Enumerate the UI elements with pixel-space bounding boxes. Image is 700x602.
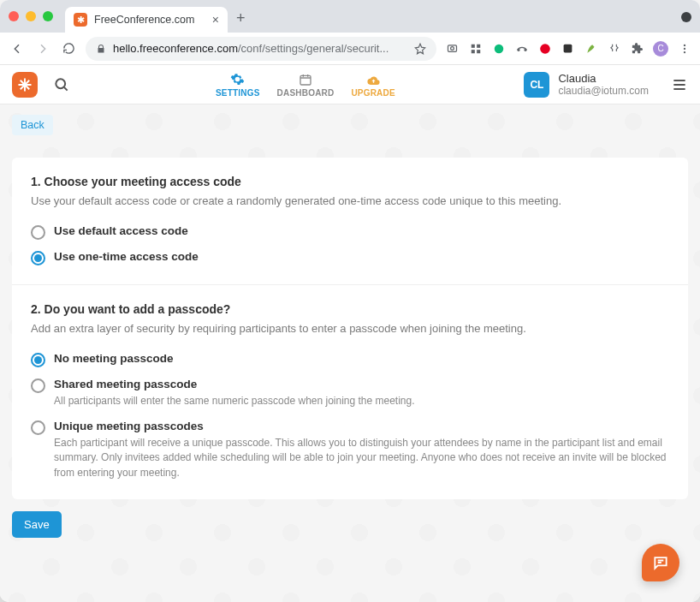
radio-label: Use default access code	[54, 224, 669, 237]
nav-label: UPGRADE	[351, 88, 394, 98]
maximize-window[interactable]	[43, 11, 53, 21]
svg-rect-15	[300, 75, 311, 85]
close-window[interactable]	[9, 11, 19, 21]
extension-icon[interactable]	[584, 41, 598, 56]
settings-card: 1. Choose your meeting access code Use y…	[12, 158, 688, 499]
profile-avatar[interactable]: C	[653, 41, 668, 57]
page-content: Back 1. Choose your meeting access code …	[0, 104, 700, 602]
nav-dashboard[interactable]: DASHBOARD	[277, 72, 335, 98]
section-description: Add an extra layer of security by requir…	[31, 321, 669, 337]
svg-rect-4	[471, 50, 474, 53]
radio-onetime-access-code[interactable]: Use one-time access code	[31, 250, 669, 265]
back-icon[interactable]	[9, 40, 26, 57]
extension-icon[interactable]	[468, 41, 483, 56]
radio-label: Shared meeting passcode	[54, 378, 669, 390]
svg-point-9	[540, 44, 550, 54]
pinterest-icon[interactable]	[537, 41, 552, 56]
svg-point-12	[683, 47, 685, 49]
extensions-menu-icon[interactable]	[630, 41, 644, 56]
app-header: SETTINGS DASHBOARD UPGRADE CL Claudia cl…	[0, 65, 700, 104]
address-bar[interactable]: hello.freeconference.com/conf/settings/g…	[86, 37, 436, 61]
cloud-up-icon	[366, 72, 381, 87]
nav-settings[interactable]: SETTINGS	[216, 72, 260, 98]
radio-no-passcode[interactable]: No meeting passcode	[31, 352, 669, 367]
browser-tab[interactable]: ✱ FreeConference.com ×	[65, 7, 228, 33]
radio-shared-passcode[interactable]: Shared meeting passcode All participants…	[31, 378, 669, 408]
section-description: Use your default access code or create a…	[31, 194, 669, 209]
radio-hint: Each participant will receive a unique p…	[54, 436, 669, 480]
window-controls	[9, 11, 53, 21]
kebab-menu-icon[interactable]	[677, 41, 691, 56]
user-avatar: CL	[524, 72, 549, 98]
minimize-window[interactable]	[26, 11, 36, 21]
nav-label: DASHBOARD	[277, 88, 335, 98]
section-title: 1. Choose your meeting access code	[31, 175, 669, 188]
nav-label: SETTINGS	[216, 88, 260, 98]
svg-rect-2	[471, 44, 474, 47]
radio-label: Use one-time access code	[54, 250, 669, 263]
browser-toolbar: hello.freeconference.com/conf/settings/g…	[0, 33, 700, 65]
search-icon[interactable]	[53, 76, 70, 93]
extension-icon[interactable]	[561, 41, 575, 56]
radio-unique-passcode[interactable]: Unique meeting passcodes Each participan…	[31, 420, 669, 480]
radio-icon	[31, 353, 45, 367]
user-menu[interactable]: CL Claudia claudia@iotum.com	[524, 72, 688, 98]
svg-rect-3	[477, 44, 480, 47]
extension-icon[interactable]	[445, 41, 460, 56]
main-nav: SETTINGS DASHBOARD UPGRADE	[216, 72, 395, 98]
svg-rect-5	[477, 50, 480, 53]
radio-icon	[31, 420, 45, 435]
forward-icon[interactable]	[34, 40, 51, 57]
chat-fab[interactable]	[642, 544, 679, 581]
user-meta: Claudia claudia@iotum.com	[558, 72, 649, 98]
radio-icon	[31, 225, 45, 240]
back-button[interactable]: Back	[12, 115, 53, 135]
calendar-icon	[299, 72, 312, 87]
svg-point-14	[56, 79, 65, 88]
extension-icon[interactable]	[491, 41, 506, 56]
user-email: claudia@iotum.com	[558, 85, 649, 97]
app-logo[interactable]	[12, 72, 38, 98]
user-name: Claudia	[558, 72, 649, 86]
chat-icon	[652, 554, 669, 571]
svg-point-13	[683, 51, 685, 52]
svg-point-1	[451, 47, 454, 51]
star-icon[interactable]	[414, 43, 426, 55]
svg-point-6	[494, 44, 503, 53]
hamburger-icon[interactable]	[671, 76, 688, 93]
extension-icons: C	[445, 41, 691, 57]
extension-icon[interactable]	[514, 41, 529, 56]
svg-point-11	[683, 44, 685, 45]
section-passcode: 2. Do you want to add a passcode? Add an…	[12, 284, 688, 499]
svg-point-7	[518, 49, 519, 51]
reload-icon[interactable]	[60, 40, 77, 57]
incognito-icon	[681, 12, 691, 22]
svg-point-8	[525, 49, 526, 51]
lock-icon	[96, 44, 106, 54]
gear-icon	[230, 72, 245, 87]
url-text: hello.freeconference.com/conf/settings/g…	[113, 42, 407, 55]
radio-label: No meeting passcode	[54, 352, 669, 365]
nav-upgrade[interactable]: UPGRADE	[351, 72, 394, 98]
radio-icon	[31, 378, 45, 393]
svg-rect-0	[448, 45, 457, 52]
svg-rect-10	[564, 45, 572, 53]
radio-icon	[31, 251, 45, 265]
extension-icon[interactable]	[607, 41, 621, 56]
browser-tab-bar: ✱ FreeConference.com × +	[0, 0, 700, 33]
section-access-code: 1. Choose your meeting access code Use y…	[12, 158, 688, 284]
new-tab-button[interactable]: +	[236, 9, 246, 27]
radio-hint: All participants will enter the same num…	[54, 394, 669, 408]
tab-favicon: ✱	[74, 13, 87, 27]
close-tab-icon[interactable]: ×	[212, 13, 219, 27]
save-button[interactable]: Save	[12, 511, 62, 538]
tab-title: FreeConference.com	[94, 14, 194, 26]
section-title: 2. Do you want to add a passcode?	[31, 302, 669, 316]
radio-default-access-code[interactable]: Use default access code	[31, 224, 669, 240]
radio-label: Unique meeting passcodes	[54, 420, 669, 432]
